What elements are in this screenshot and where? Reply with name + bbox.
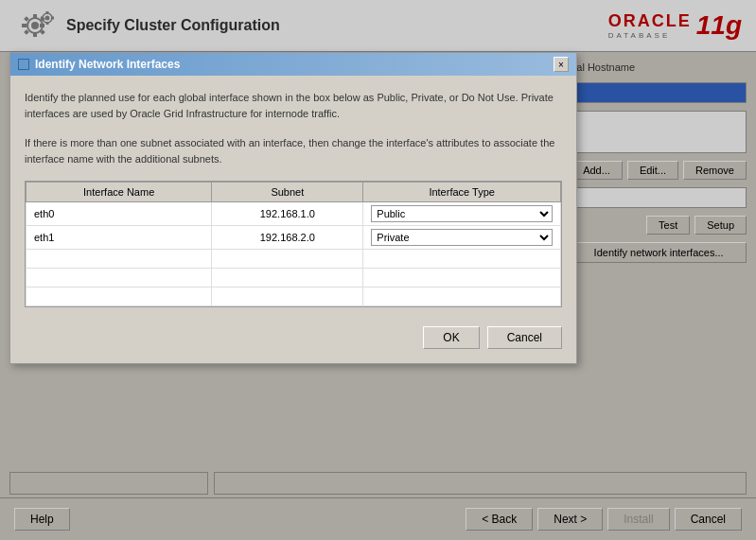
col-interface-name: Interface Name: [26, 183, 212, 202]
dialog-description-2: If there is more than one subnet associa…: [25, 135, 562, 166]
dialog-titlebar: Identify Network Interfaces ×: [10, 53, 576, 76]
dialog-cancel-button[interactable]: Cancel: [487, 326, 562, 349]
dialog-body: Identify the planned use for each global…: [10, 76, 576, 363]
col-subnet: Subnet: [212, 183, 363, 202]
interface-type-select[interactable]: PublicPrivateDo Not Use: [371, 205, 553, 222]
interface-type-select[interactable]: PublicPrivateDo Not Use: [371, 229, 553, 246]
subnet-cell: 192.168.1.0: [212, 202, 363, 226]
dialog-footer: OK Cancel: [25, 322, 562, 349]
identify-network-dialog: Identify Network Interfaces × Identify t…: [9, 52, 577, 364]
dialog-title-left: Identify Network Interfaces: [18, 58, 180, 71]
interface-table: Interface Name Subnet Interface Type eth…: [26, 182, 561, 306]
table-row: eth0192.168.1.0PublicPrivateDo Not Use: [26, 202, 561, 226]
dialog-title-text: Identify Network Interfaces: [35, 58, 180, 71]
dialog-overlay: Identify Network Interfaces × Identify t…: [0, 0, 756, 540]
table-empty-row: [26, 287, 561, 306]
dialog-description-1: Identify the planned use for each global…: [25, 90, 562, 121]
dialog-ok-button[interactable]: OK: [423, 326, 479, 349]
interface-name-cell: eth0: [26, 202, 212, 226]
col-interface-type: Interface Type: [363, 183, 561, 202]
main-window: Specify Cluster Configuration ORACLE DAT…: [0, 0, 756, 540]
interface-type-cell[interactable]: PublicPrivateDo Not Use: [363, 202, 561, 226]
interface-table-container: Interface Name Subnet Interface Type eth…: [25, 181, 562, 307]
dialog-close-button[interactable]: ×: [554, 57, 569, 72]
interface-name-cell: eth1: [26, 226, 212, 250]
dialog-title-icon: [18, 59, 29, 70]
table-empty-row: [26, 250, 561, 269]
table-row: eth1192.168.2.0PublicPrivateDo Not Use: [26, 226, 561, 250]
interface-type-cell[interactable]: PublicPrivateDo Not Use: [363, 226, 561, 250]
table-empty-row: [26, 269, 561, 287]
table-header-row: Interface Name Subnet Interface Type: [26, 183, 561, 202]
subnet-cell: 192.168.2.0: [212, 226, 363, 250]
